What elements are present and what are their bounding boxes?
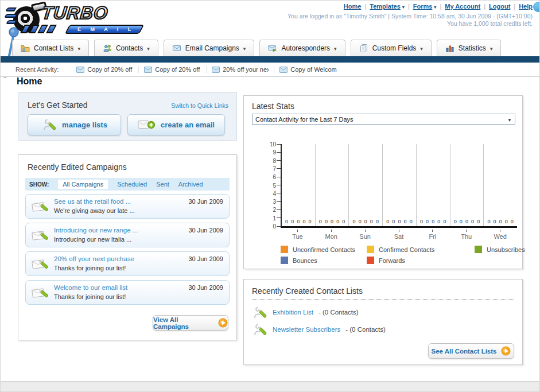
chevron-down-icon xyxy=(243,44,246,52)
data-label: 0 xyxy=(443,219,446,224)
nav-tab-contact-lists[interactable]: Contact Lists xyxy=(12,40,89,56)
campaign-row[interactable]: 20% off your next purchaseThanks for joi… xyxy=(25,251,230,276)
contact-lists: Exhibition List- (0 Contacts)Newsletter … xyxy=(252,304,514,338)
contact-activity-chart: 00000000000000000000000000000000000 0123… xyxy=(281,144,517,228)
nav-tab-custom-fields[interactable]: Custom Fields xyxy=(351,40,432,56)
y-axis-label: 4 xyxy=(262,190,276,196)
y-axis-tick xyxy=(277,177,281,177)
legend-label: Confirmed Contacts xyxy=(379,246,434,253)
help-bubble-icon[interactable] xyxy=(533,2,540,12)
x-axis-label: Thu xyxy=(449,230,483,240)
campaign-filter-sent[interactable]: Sent xyxy=(156,181,169,188)
y-axis-tick xyxy=(277,185,281,185)
data-label: 0 xyxy=(454,219,457,224)
latest-stats-panel: Latest Stats Contact Activity for the La… xyxy=(243,95,523,269)
x-axis-label: Sun xyxy=(348,230,382,240)
data-label: 0 xyxy=(471,219,474,224)
get-started-buttons: manage lists create an email xyxy=(28,114,225,135)
data-label: 0 xyxy=(325,219,328,224)
envelope-pencil-icon xyxy=(32,257,49,271)
nav-tab-statistics[interactable]: Statistics xyxy=(437,40,502,56)
separator: | xyxy=(364,3,366,10)
nav-tab-contacts[interactable]: Contacts xyxy=(94,40,158,56)
turbo-email-app: TURBO E M A I L Home|Templates▾|Forms▾|M… xyxy=(0,0,540,392)
chevron-down-icon: ▾ xyxy=(402,5,405,10)
envelope-pencil-icon xyxy=(32,285,49,300)
data-label: 0 xyxy=(291,219,294,224)
stats-range-select[interactable]: Contact Activity for the Last 7 Days xyxy=(252,114,515,125)
campaign-title-link[interactable]: Introducing our new range ... xyxy=(54,226,183,235)
recent-activity-text: 20% off your next p xyxy=(223,66,269,73)
y-axis-label: 8 xyxy=(262,157,276,164)
y-axis-label: 5 xyxy=(262,182,276,188)
manage-lists-button[interactable]: manage lists xyxy=(28,114,121,135)
top-link-my-account[interactable]: My Account xyxy=(445,3,480,10)
y-axis-label: 6 xyxy=(262,174,276,180)
y-axis-tick xyxy=(277,168,281,169)
data-label: 0 xyxy=(297,219,300,224)
data-labels-row: 00000 xyxy=(383,219,415,224)
campaign-title-link[interactable]: Welcome to our email list xyxy=(54,284,183,293)
data-label: 0 xyxy=(477,219,480,224)
nav-tab-label: Contacts xyxy=(116,44,143,52)
campaign-title-link[interactable]: 20% off your next purchase xyxy=(54,255,183,264)
data-label: 0 xyxy=(376,219,379,224)
campaign-row[interactable]: Introducing our new range ...Introducing… xyxy=(25,223,230,247)
recent-activity-item[interactable]: 20% off your next p xyxy=(207,66,274,73)
campaign-filter-scheduled[interactable]: Scheduled xyxy=(117,181,147,188)
logo-subtitle: E M A I L xyxy=(74,26,135,32)
chart-legend: Unconfirmed ContactsConfirmed ContactsUn… xyxy=(281,246,522,264)
campaign-filter-archived[interactable]: Archived xyxy=(178,181,203,188)
flame-icon xyxy=(4,14,18,18)
data-label: 0 xyxy=(319,219,322,224)
nav-divider-bar xyxy=(1,56,539,63)
data-label: 0 xyxy=(465,219,468,224)
chart-plot-area: 00000000000000000000000000000000000 xyxy=(282,144,517,226)
data-label: 0 xyxy=(410,219,413,224)
campaign-title-link[interactable]: See us at the retail food ... xyxy=(54,197,183,207)
recent-activity-item[interactable]: Copy of Welcome to xyxy=(274,66,342,73)
nav-tab-autoresponders[interactable]: Autoresponders xyxy=(259,40,345,56)
nav-tab-email-campaigns[interactable]: Email Campaigns xyxy=(164,40,255,56)
campaign-subtitle: Introducing our new Italia ... xyxy=(54,235,183,244)
envelope-pencil-icon xyxy=(32,199,49,214)
contact-list-link[interactable]: Newsletter Subscribers xyxy=(273,326,340,333)
contact-list-link[interactable]: Exhibition List xyxy=(273,309,313,316)
campaign-row[interactable]: See us at the retail food ...We're givin… xyxy=(25,194,230,219)
legend-swatch xyxy=(281,257,288,264)
campaigns-panel-title: Recently Edited Campaigns xyxy=(28,162,127,172)
logo-email-bar: E M A I L xyxy=(65,25,145,34)
data-label: 0 xyxy=(494,219,496,224)
contact-list-row[interactable]: Newsletter Subscribers- (0 Contacts) xyxy=(252,321,514,338)
top-link-home[interactable]: Home xyxy=(344,3,362,10)
nav-tab-label: Contact Lists xyxy=(34,44,73,52)
y-axis-label: 10 xyxy=(262,141,276,148)
recent-activity-item[interactable]: Copy of 20% off yo xyxy=(71,66,139,73)
campaign-row[interactable]: Welcome to our email listThanks for join… xyxy=(25,280,230,305)
data-labels-row: 00000 xyxy=(484,219,516,224)
latest-stats-title: Latest Stats xyxy=(252,102,294,111)
legend-item: Confirmed Contacts xyxy=(367,246,475,253)
top-nav-links: Home|Templates▾|Forms▾|My Account|Logout… xyxy=(344,3,533,10)
recent-activity-item[interactable]: Copy of 20% off yo xyxy=(139,66,207,73)
create-email-button[interactable]: create an email xyxy=(127,114,225,135)
campaign-filter-all-campaigns[interactable]: All Campaigns xyxy=(58,180,108,189)
chart-day-group: 00000 xyxy=(349,144,383,226)
campaign-subtitle: We're giving away our late ... xyxy=(54,207,183,215)
top-link-help[interactable]: Help xyxy=(519,3,533,10)
chart-x-axis-labels: TueMonSunSatFriThuWed xyxy=(281,230,517,240)
top-link-templates[interactable]: Templates▾ xyxy=(370,3,405,10)
chart-day-group: 00000 xyxy=(316,144,349,226)
manage-lists-label: manage lists xyxy=(62,121,107,129)
chart-day-group: 00000 xyxy=(282,144,316,226)
campaign-list: See us at the retail food ...We're givin… xyxy=(25,194,230,305)
top-link-logout[interactable]: Logout xyxy=(489,3,510,10)
view-all-campaigns-button[interactable]: View All Campaigns xyxy=(153,315,228,331)
contact-list-row[interactable]: Exhibition List- (0 Contacts) xyxy=(252,304,514,321)
campaign-date: 30 Jun 2009 xyxy=(188,227,223,234)
see-all-contact-lists-button[interactable]: See All Contact Lists xyxy=(428,343,514,359)
switch-to-quick-links-link[interactable]: Switch to Quick Links xyxy=(171,102,228,109)
top-link-forms[interactable]: Forms▾ xyxy=(413,3,437,10)
contacts-icon xyxy=(103,44,112,53)
data-label: 0 xyxy=(353,219,356,224)
